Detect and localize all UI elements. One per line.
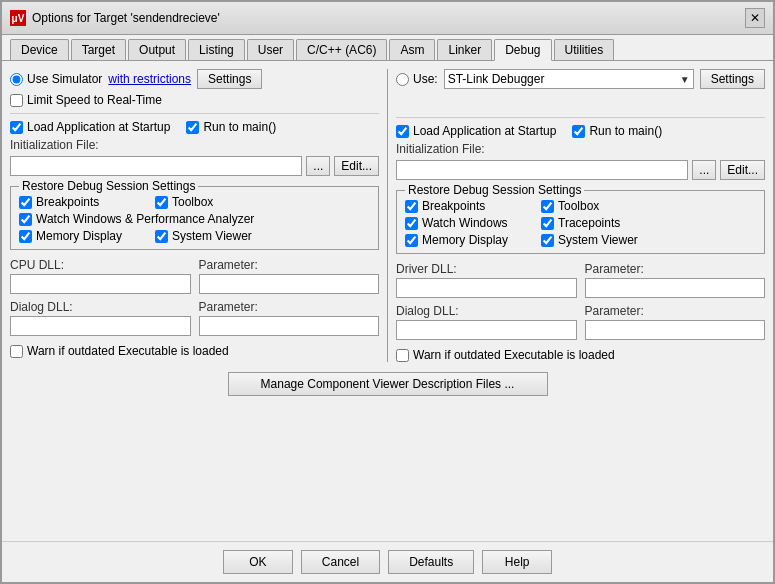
left-run-to-main-label[interactable]: Run to main() <box>186 120 276 134</box>
manage-component-button[interactable]: Manage Component Viewer Description File… <box>228 372 548 396</box>
right-load-app-label[interactable]: Load Application at Startup <box>396 124 556 138</box>
tab-output[interactable]: Output <box>128 39 186 60</box>
right-load-run-row: Load Application at Startup Run to main(… <box>396 124 765 138</box>
right-init-file-input[interactable] <box>396 160 688 180</box>
left-dialog-dll-label: Dialog DLL: <box>10 300 191 314</box>
left-dialog-dll-row: Dialog DLL: DARMSTM.DLL Parameter: -pSTM… <box>10 300 379 336</box>
use-simulator-row: Use Simulator with restrictions Settings <box>10 69 379 89</box>
use-simulator-radio-label[interactable]: Use Simulator <box>10 72 102 86</box>
right-toolbox-label[interactable]: Toolbox <box>541 199 599 213</box>
app-icon: μV <box>10 10 26 26</box>
right-warn-checkbox[interactable] <box>396 349 409 362</box>
manage-btn-row: Manage Component Viewer Description File… <box>10 372 765 396</box>
window-title: Options for Target 'sendendrecieve' <box>32 11 220 25</box>
right-system-viewer-checkbox[interactable] <box>541 234 554 247</box>
use-simulator-radio[interactable] <box>10 73 23 86</box>
left-dialog-dll-input[interactable]: DARMSTM.DLL <box>10 316 191 336</box>
left-watch-row: Watch Windows & Performance Analyzer <box>19 212 370 226</box>
tab-asm[interactable]: Asm <box>389 39 435 60</box>
footer: OK Cancel Defaults Help <box>2 541 773 582</box>
right-use-radio-label[interactable]: Use: <box>396 72 438 86</box>
left-breakpoints-label[interactable]: Breakpoints <box>19 195 149 209</box>
right-system-viewer-label[interactable]: System Viewer <box>541 233 638 247</box>
left-init-file-input[interactable] <box>10 156 302 176</box>
left-load-app-label[interactable]: Load Application at Startup <box>10 120 170 134</box>
right-memory-system-row: Memory Display System Viewer <box>405 233 756 247</box>
defaults-button[interactable]: Defaults <box>388 550 474 574</box>
right-browse-button[interactable]: ... <box>692 160 716 180</box>
left-load-app-checkbox[interactable] <box>10 121 23 134</box>
right-watch-checkbox[interactable] <box>405 217 418 230</box>
limit-speed-label[interactable]: Limit Speed to Real-Time <box>10 93 162 107</box>
left-cpu-dll-input[interactable]: SARMCM3.DLL <box>10 274 191 294</box>
left-toolbox-label[interactable]: Toolbox <box>155 195 213 209</box>
top-panels: Use Simulator with restrictions Settings… <box>10 69 765 362</box>
cancel-button[interactable]: Cancel <box>301 550 380 574</box>
right-memory-display-label[interactable]: Memory Display <box>405 233 535 247</box>
right-memory-display-checkbox[interactable] <box>405 234 418 247</box>
left-dialog-param-label: Parameter: <box>199 300 380 314</box>
right-restore-group-title: Restore Debug Session Settings <box>405 183 584 197</box>
right-init-file-row: ... Edit... <box>396 160 765 180</box>
left-browse-button[interactable]: ... <box>306 156 330 176</box>
tab-cc[interactable]: C/C++ (AC6) <box>296 39 387 60</box>
left-warn-label[interactable]: Warn if outdated Executable is loaded <box>10 344 229 358</box>
left-edit-button[interactable]: Edit... <box>334 156 379 176</box>
left-cpu-dll-label: CPU DLL: <box>10 258 191 272</box>
left-restore-group-title: Restore Debug Session Settings <box>19 179 198 193</box>
right-edit-button[interactable]: Edit... <box>720 160 765 180</box>
left-system-viewer-checkbox[interactable] <box>155 230 168 243</box>
right-warn-label[interactable]: Warn if outdated Executable is loaded <box>396 348 615 362</box>
right-toolbox-checkbox[interactable] <box>541 200 554 213</box>
tab-linker[interactable]: Linker <box>437 39 492 60</box>
left-watch-checkbox[interactable] <box>19 213 32 226</box>
right-driver-param-input[interactable] <box>585 278 766 298</box>
left-toolbox-checkbox[interactable] <box>155 196 168 209</box>
right-dialog-dll-label: Dialog DLL: <box>396 304 577 318</box>
tab-utilities[interactable]: Utilities <box>554 39 615 60</box>
left-settings-button[interactable]: Settings <box>197 69 262 89</box>
with-restrictions-link[interactable]: with restrictions <box>108 72 191 86</box>
ok-button[interactable]: OK <box>223 550 293 574</box>
left-dialog-param-input[interactable]: -pSTM32F103C8 <box>199 316 380 336</box>
right-dialog-param-input[interactable]: -pSTM32F103C8 <box>585 320 766 340</box>
tab-target[interactable]: Target <box>71 39 126 60</box>
tab-user[interactable]: User <box>247 39 294 60</box>
right-load-app-checkbox[interactable] <box>396 125 409 138</box>
tab-device[interactable]: Device <box>10 39 69 60</box>
right-use-row: Use: ST-Link Debugger ▼ Settings <box>396 69 765 89</box>
right-run-to-main-checkbox[interactable] <box>572 125 585 138</box>
right-use-radio[interactable] <box>396 73 409 86</box>
right-settings-button[interactable]: Settings <box>700 69 765 89</box>
right-dialog-dll-input[interactable]: TARMSTM.DLL <box>396 320 577 340</box>
limit-speed-checkbox[interactable] <box>10 94 23 107</box>
tab-listing[interactable]: Listing <box>188 39 245 60</box>
close-button[interactable]: ✕ <box>745 8 765 28</box>
left-warn-checkbox[interactable] <box>10 345 23 358</box>
right-tracepoints-checkbox[interactable] <box>541 217 554 230</box>
left-watch-label[interactable]: Watch Windows & Performance Analyzer <box>19 212 254 226</box>
right-run-to-main-label[interactable]: Run to main() <box>572 124 662 138</box>
right-breakpoints-label[interactable]: Breakpoints <box>405 199 535 213</box>
left-memory-display-label[interactable]: Memory Display <box>19 229 149 243</box>
right-panel: Use: ST-Link Debugger ▼ Settings Load Ap <box>396 69 765 362</box>
right-breakpoints-checkbox[interactable] <box>405 200 418 213</box>
dropdown-arrow-icon: ▼ <box>680 74 690 85</box>
left-breakpoints-checkbox[interactable] <box>19 196 32 209</box>
tab-debug[interactable]: Debug <box>494 39 551 61</box>
left-warn-row: Warn if outdated Executable is loaded <box>10 344 379 358</box>
right-watch-label[interactable]: Watch Windows <box>405 216 535 230</box>
left-memory-display-checkbox[interactable] <box>19 230 32 243</box>
help-button[interactable]: Help <box>482 550 552 574</box>
panel-separator <box>387 69 388 362</box>
left-cpu-param-label: Parameter: <box>199 258 380 272</box>
right-debugger-select[interactable]: ST-Link Debugger ▼ <box>444 69 694 89</box>
left-cpu-param-input[interactable]: -REMAP <box>199 274 380 294</box>
left-cpu-dll-row: CPU DLL: SARMCM3.DLL Parameter: -REMAP <box>10 258 379 294</box>
right-driver-dll-input[interactable]: SARMCM3.DLL <box>396 278 577 298</box>
right-tracepoints-label[interactable]: Tracepoints <box>541 216 620 230</box>
left-run-to-main-checkbox[interactable] <box>186 121 199 134</box>
right-dialog-dll-row: Dialog DLL: TARMSTM.DLL Parameter: -pSTM… <box>396 304 765 340</box>
left-panel: Use Simulator with restrictions Settings… <box>10 69 379 362</box>
left-system-viewer-label[interactable]: System Viewer <box>155 229 252 243</box>
